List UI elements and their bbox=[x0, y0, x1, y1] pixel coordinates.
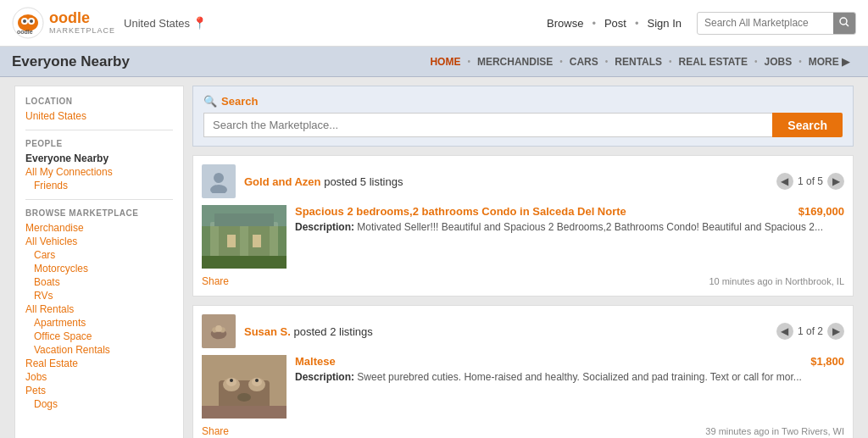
listing-1-info: $169,000 Spacious 2 bedrooms,2 bathrooms… bbox=[295, 205, 844, 269]
sidebar-office-space[interactable]: Office Space bbox=[25, 330, 173, 343]
main-layout: LOCATION United States PEOPLE Everyone N… bbox=[6, 86, 862, 438]
subnav-merchandise[interactable]: MERCHANDISE bbox=[470, 56, 559, 68]
browse-section-title: BROWSE MARKETPLACE bbox=[25, 208, 173, 218]
listing-card-1: Gold and Azen posted 5 listings ◀ 1 of 5… bbox=[192, 155, 854, 297]
search-bar: 🔍 Search Search bbox=[192, 86, 854, 147]
listing-2-title[interactable]: Maltese bbox=[295, 355, 336, 368]
search-magnifier-icon: 🔍 bbox=[203, 95, 217, 108]
sidebar-real-estate[interactable]: Real Estate bbox=[25, 357, 173, 370]
nav-dot-1: • bbox=[592, 17, 596, 30]
listing-1-price: $169,000 bbox=[798, 205, 844, 218]
subnav-rentals[interactable]: RENTALS bbox=[608, 56, 669, 68]
listing-2-desc-text: Sweet purebred cuties. Home-raised and h… bbox=[357, 371, 802, 383]
listing-1-title-row: $169,000 Spacious 2 bedrooms,2 bathrooms… bbox=[295, 205, 844, 218]
listing-2-desc-label: Description: bbox=[295, 371, 354, 383]
listing-1-next-button[interactable]: ▶ bbox=[827, 173, 844, 190]
svg-point-4 bbox=[23, 19, 26, 23]
dog-image-svg bbox=[202, 355, 287, 419]
dog-thumb-image bbox=[202, 355, 287, 419]
post-link[interactable]: Post bbox=[604, 17, 626, 30]
listing-2-poster: Susan S. posted 2 listings bbox=[244, 325, 373, 338]
listing-1-title[interactable]: Spacious 2 bedrooms,2 bathrooms Condo in… bbox=[295, 205, 626, 218]
svg-point-9 bbox=[214, 173, 224, 183]
signin-link[interactable]: Sign In bbox=[648, 17, 682, 30]
listing-1-share-link[interactable]: Share bbox=[202, 275, 229, 287]
svg-rect-34 bbox=[202, 406, 287, 419]
location-pin-icon: 📍 bbox=[192, 16, 207, 30]
sidebar-boats[interactable]: Boats bbox=[25, 275, 173, 289]
listing-2-prev-button[interactable]: ◀ bbox=[776, 323, 793, 340]
search-main-input[interactable] bbox=[203, 113, 772, 137]
condo-image-svg bbox=[202, 205, 287, 269]
sidebar-rvs[interactable]: RVs bbox=[25, 289, 173, 302]
svg-point-24 bbox=[215, 325, 222, 332]
logo-text: oodle bbox=[49, 10, 115, 27]
sidebar-dogs[interactable]: Dogs bbox=[25, 397, 173, 411]
sidebar-location-link[interactable]: United States bbox=[25, 109, 173, 123]
listing-2-footer: Share 39 minutes ago in Two Rivers, WI bbox=[202, 425, 844, 437]
listing-2-page-indicator: 1 of 2 bbox=[798, 325, 823, 337]
sidebar-pets[interactable]: Pets bbox=[25, 384, 173, 397]
header-search-wrap bbox=[697, 12, 856, 35]
listing-2-price: $1,800 bbox=[810, 355, 844, 368]
sidebar-everyone-nearby[interactable]: Everyone Nearby bbox=[25, 152, 173, 165]
listing-2-info: $1,800 Maltese Description: Sweet purebr… bbox=[295, 355, 844, 419]
svg-line-8 bbox=[846, 24, 849, 26]
subnav-more[interactable]: MORE ▶ bbox=[802, 56, 856, 68]
header-location-text: United States bbox=[124, 17, 190, 30]
header-search-button[interactable] bbox=[833, 13, 855, 34]
listing-1-poster: Gold and Azen posted 5 listings bbox=[244, 175, 403, 188]
sidebar-divider-2 bbox=[25, 199, 173, 200]
sidebar-jobs[interactable]: Jobs bbox=[25, 370, 173, 384]
basket-icon bbox=[207, 319, 231, 343]
oodle-logo: oodle bbox=[12, 7, 44, 39]
svg-point-31 bbox=[230, 379, 233, 382]
sidebar-all-rentals[interactable]: All Rentals bbox=[25, 302, 173, 316]
sidebar-vacation-rentals[interactable]: Vacation Rentals bbox=[25, 343, 173, 357]
listing-2-pagination: ◀ 1 of 2 ▶ bbox=[776, 323, 844, 340]
sidebar-apartments[interactable]: Apartments bbox=[25, 316, 173, 330]
svg-point-7 bbox=[840, 18, 847, 25]
listing-2-poster-name: Susan S. bbox=[244, 325, 291, 338]
sidebar-all-connections[interactable]: All My Connections bbox=[25, 165, 173, 179]
search-bar-title: 🔍 Search bbox=[203, 95, 843, 108]
svg-rect-16 bbox=[227, 235, 236, 247]
header-location[interactable]: United States 📍 bbox=[124, 16, 207, 30]
svg-point-5 bbox=[30, 19, 33, 23]
subnav-real-estate[interactable]: REAL ESTATE bbox=[672, 56, 754, 68]
listing-card-2: Susan S. posted 2 listings ◀ 1 of 2 ▶ bbox=[192, 305, 854, 438]
sidebar-merchandise[interactable]: Merchandise bbox=[25, 221, 173, 235]
sidebar-all-vehicles[interactable]: All Vehicles bbox=[25, 235, 173, 248]
listing-2-header: Susan S. posted 2 listings ◀ 1 of 2 ▶ bbox=[202, 314, 844, 348]
svg-rect-17 bbox=[253, 235, 261, 247]
subnav: Everyone Nearby HOME • MERCHANDISE • CAR… bbox=[0, 47, 868, 77]
search-bar-row: Search bbox=[203, 113, 843, 137]
listing-1-prev-button[interactable]: ◀ bbox=[776, 173, 793, 190]
listing-1-avatar bbox=[202, 164, 236, 198]
listing-2-poster-text: posted 2 listings bbox=[294, 325, 373, 338]
logo-area: oodle oodle marketplace bbox=[12, 7, 115, 39]
sidebar-friends[interactable]: Friends bbox=[25, 179, 173, 192]
svg-text:oodle: oodle bbox=[17, 29, 33, 35]
sidebar-motorcycles[interactable]: Motorcycles bbox=[25, 262, 173, 275]
browse-link[interactable]: Browse bbox=[547, 17, 583, 30]
location-section-title: LOCATION bbox=[25, 97, 173, 106]
sidebar-cars[interactable]: Cars bbox=[25, 248, 173, 262]
listing-2-avatar bbox=[202, 314, 236, 348]
listing-1-desc: Description: Motivated Seller!!! Beautif… bbox=[295, 220, 844, 235]
listing-2-share-link[interactable]: Share bbox=[202, 425, 229, 437]
subnav-cars[interactable]: CARS bbox=[563, 56, 605, 68]
listing-1-pagination: ◀ 1 of 5 ▶ bbox=[776, 173, 844, 190]
listing-1-thumbnail bbox=[202, 205, 287, 269]
search-main-button[interactable]: Search bbox=[772, 113, 843, 137]
listing-2-body: $1,800 Maltese Description: Sweet purebr… bbox=[202, 355, 844, 419]
header-search-input[interactable] bbox=[698, 14, 833, 32]
search-icon bbox=[839, 17, 849, 27]
condo-thumb-image bbox=[202, 205, 287, 269]
sidebar: LOCATION United States PEOPLE Everyone N… bbox=[14, 86, 184, 438]
subnav-jobs[interactable]: JOBS bbox=[757, 56, 798, 68]
subnav-home[interactable]: HOME bbox=[423, 56, 467, 68]
listing-2-desc: Description: Sweet purebred cuties. Home… bbox=[295, 370, 844, 385]
listing-2-next-button[interactable]: ▶ bbox=[827, 323, 844, 340]
listing-2-thumbnail bbox=[202, 355, 287, 419]
